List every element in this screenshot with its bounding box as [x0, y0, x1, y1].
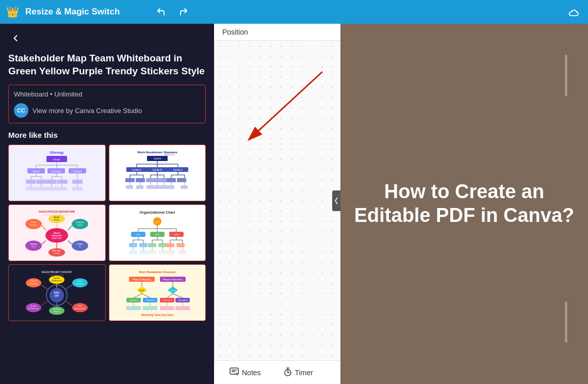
svg-text:Sub-task 4: Sub-task 4	[178, 299, 187, 301]
svg-rect-28	[72, 180, 83, 184]
svg-text:Sub-task 1: Sub-task 1	[129, 299, 138, 301]
svg-rect-87	[167, 185, 174, 189]
svg-rect-163	[166, 250, 174, 254]
svg-text:Qualify: Qualify	[78, 224, 83, 226]
svg-rect-153	[176, 243, 185, 247]
svg-text:OFF: OFF	[55, 295, 59, 297]
timer-label: Timer	[295, 369, 313, 377]
svg-rect-83	[153, 185, 160, 189]
svg-text:Services: Services	[52, 170, 62, 173]
svg-rect-25	[46, 180, 57, 184]
svg-rect-146	[148, 243, 156, 247]
back-button[interactable]	[8, 31, 23, 48]
undo-button[interactable]	[153, 4, 169, 20]
svg-text:Phase 2: Execution: Phase 2: Execution	[163, 278, 182, 281]
svg-rect-74	[167, 178, 176, 182]
template-meta-box: Whiteboard • Unlimited CC View more by C…	[8, 85, 206, 123]
svg-text:Task A: Task A	[139, 290, 145, 292]
canvas-viewport[interactable]	[214, 41, 340, 360]
svg-text:Author: Author	[153, 157, 161, 160]
sidebar-header	[0, 24, 214, 52]
timer-button[interactable]: Timer	[279, 364, 318, 381]
svg-text:Follow: Follow	[77, 243, 83, 245]
template-thumb-3[interactable]: SALES PROCESS BRAINSTORM ───────────────…	[8, 204, 106, 261]
template-thumb-1[interactable]: Sitemap Home	[8, 145, 106, 201]
svg-text:Sub-task 3: Sub-task 3	[162, 299, 171, 301]
template-type: Whiteboard • Unlimited	[14, 90, 200, 98]
svg-rect-85	[160, 185, 167, 189]
svg-text:Budget: Budget	[31, 305, 37, 307]
svg-rect-68	[154, 178, 162, 182]
svg-text:Strategy: Strategy	[54, 252, 60, 254]
svg-rect-89	[181, 185, 188, 189]
redo-button[interactable]	[175, 4, 192, 20]
template-thumb-4[interactable]: Organizational Chart CEO	[109, 204, 206, 261]
sidebar-panel: Stakeholder Map Team Whiteboard in Green…	[0, 24, 214, 384]
svg-text:Exhibit B: Exhibit B	[153, 169, 162, 171]
svg-rect-157	[139, 250, 148, 254]
svg-text:Contact: Contact	[73, 170, 83, 173]
svg-rect-224	[175, 306, 190, 310]
svg-text:Metrics: Metrics	[54, 311, 60, 313]
svg-text:Organizational Chart: Organizational Chart	[139, 211, 175, 215]
svg-text:Up: Up	[79, 246, 81, 248]
svg-rect-30	[26, 187, 36, 190]
toolbar: 👑 Resize & Magic Switch	[0, 0, 588, 24]
svg-rect-60	[125, 178, 135, 182]
svg-text:Team: Team	[78, 280, 83, 282]
svg-rect-147	[158, 243, 167, 247]
svg-text:BRAINSTORM: BRAINSTORM	[52, 237, 62, 239]
svg-rect-155	[129, 250, 137, 254]
svg-text:Exhibit C: Exhibit C	[173, 169, 183, 171]
svg-text:CMO: CMO	[174, 233, 178, 236]
thumbnails-grid: Sitemap Home	[8, 145, 206, 321]
canvas-arrow	[230, 56, 340, 159]
template-title: Stakeholder Map Team Whiteboard in Green…	[8, 52, 206, 77]
notes-button[interactable]: Notes	[224, 364, 266, 381]
template-thumb-2[interactable]: Work Breakdown Structure Explore the whi…	[109, 145, 206, 201]
svg-text:whiteboard ›: whiteboard ›	[164, 153, 176, 156]
svg-text:CTO: CTO	[136, 233, 140, 236]
svg-text:CEO: CEO	[155, 221, 159, 223]
svg-text:& Milestones: & Milestones	[52, 280, 62, 282]
svg-text:Prospect: Prospect	[76, 221, 85, 223]
canvas-and-right: Position	[214, 24, 588, 384]
cloud-save-button[interactable]	[565, 4, 582, 20]
svg-text:CFO: CFO	[155, 233, 159, 236]
notes-label: Notes	[242, 369, 261, 377]
creator-row[interactable]: CC View more by Canva Creative Studio	[14, 103, 200, 118]
svg-text:Task B: Task B	[170, 290, 175, 292]
svg-text:SALES PROCESS BRAINSTORM: SALES PROCESS BRAINSTORM	[39, 211, 75, 213]
svg-text:Objectives: Objectives	[29, 283, 38, 285]
svg-rect-223	[160, 306, 174, 310]
template-thumb-6[interactable]: Work Breakdown Structure Phase 1: Planni…	[109, 264, 206, 321]
svg-rect-38	[72, 187, 83, 190]
svg-text:Risk: Risk	[78, 305, 82, 307]
creator-label[interactable]: View more by Canva Creative Studio	[32, 107, 142, 115]
svg-rect-32	[36, 187, 46, 190]
deco-line-2	[565, 301, 567, 343]
template-thumb-5[interactable]: SALES PROJECT KICKOFF Project plan overv…	[8, 264, 106, 321]
svg-rect-19	[26, 180, 36, 184]
svg-rect-67	[146, 178, 154, 182]
svg-rect-36	[57, 187, 67, 190]
svg-text:Timeline: Timeline	[54, 277, 60, 279]
timer-icon	[284, 367, 292, 378]
svg-text:Home: Home	[54, 158, 61, 161]
main-content: Stakeholder Map Team Whiteboard in Green…	[0, 24, 588, 384]
collapse-handle[interactable]	[332, 190, 340, 211]
svg-text:& Resources: & Resources	[28, 308, 39, 310]
svg-rect-222	[143, 306, 157, 310]
deco-line-1	[565, 55, 567, 96]
svg-text:SALES PROJECT KICKOFF: SALES PROJECT KICKOFF	[42, 271, 72, 274]
crown-icon: 👑	[6, 6, 19, 18]
svg-text:Sub-task 2: Sub-task 2	[145, 299, 154, 301]
template-sidebar: Stakeholder Map Team Whiteboard in Green…	[0, 24, 214, 384]
svg-text:Phase 1: Planning: Phase 1: Planning	[133, 278, 151, 281]
svg-text:Analysis: Analysis	[54, 219, 60, 221]
svg-text:Marketing Team Org Chart: Marketing Team Org Chart	[141, 313, 174, 316]
svg-rect-77	[126, 185, 133, 189]
sidebar-content: Stakeholder Map Team Whiteboard in Green…	[0, 52, 214, 384]
svg-text:KICK: KICK	[54, 292, 60, 294]
notes-icon	[230, 367, 239, 378]
